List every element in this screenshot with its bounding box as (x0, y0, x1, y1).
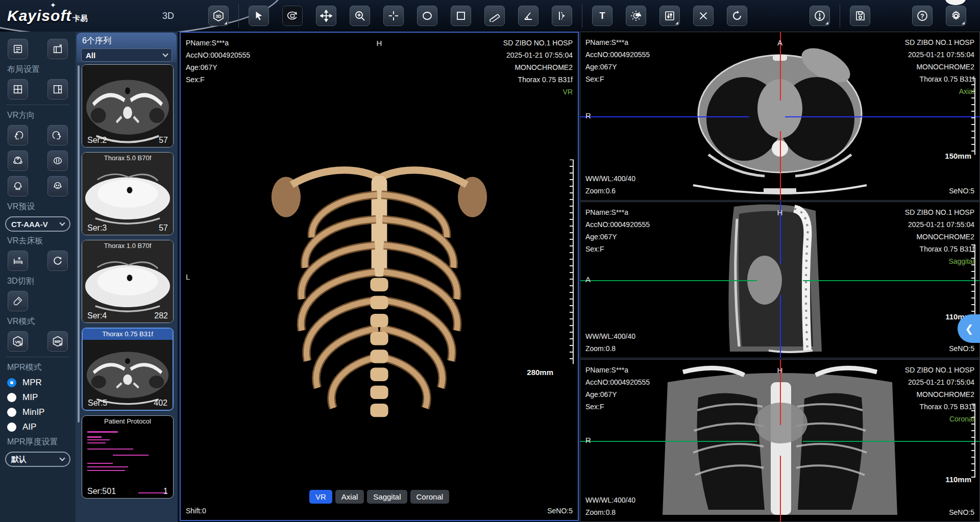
brightness-button[interactable] (626, 6, 646, 26)
levels-button[interactable] (659, 6, 680, 26)
rectangle-tool-button[interactable] (451, 6, 471, 26)
pan-tool-button[interactable] (316, 6, 336, 26)
ct-thumbnail-image (82, 153, 173, 235)
patient-age: Age:067Y (585, 231, 650, 243)
report-panel-toggle-button[interactable] (47, 39, 68, 59)
chevron-left-icon: ❮ (965, 322, 974, 335)
saggital-view-button[interactable]: Saggital (367, 490, 407, 504)
coronal-view-button[interactable]: Coronal (410, 490, 450, 504)
crosshair-horizontal-blue[interactable] (580, 116, 979, 117)
text-annotation-button[interactable]: T (592, 6, 612, 26)
series-no-indicator: SeNO:5 (949, 506, 974, 518)
radio-icon (7, 393, 16, 402)
photometric: MONOCHROME2 (905, 231, 974, 243)
scalpel-cut-button[interactable] (8, 291, 28, 311)
caret-icon (962, 21, 965, 24)
window-info: WW/WL:400/40 Zoom:0.6 (585, 172, 635, 197)
series-thumbnail-ser5-selected[interactable]: Thorax 0.75 B31f Ser:5 402 (82, 328, 174, 411)
saggital-viewport[interactable]: PName:S***a AccNO:0004920555 Age:067Y Se… (580, 202, 980, 358)
patient-info-block: PName:S***a AccNO:0004920555 Age:067Y Se… (585, 206, 650, 255)
hospital-name: SD ZIBO NO.1 HOSP (905, 364, 974, 376)
chevron-down-icon (59, 455, 65, 461)
cursor-tool-button[interactable] (249, 6, 269, 26)
bed-reset-button[interactable] (47, 251, 68, 271)
accession-number: AccNO:0004920555 (585, 218, 650, 231)
3d-cube-button[interactable]: 3D (208, 6, 229, 26)
accession-number: AccNO:0004920555 (585, 376, 650, 388)
rotate-3d-tool-button[interactable] (282, 6, 303, 26)
head-left-view-button[interactable] (8, 125, 28, 145)
svg-text:T: T (600, 11, 605, 21)
orientation-marker-top: H (777, 366, 783, 375)
series-number: Ser:3 (87, 223, 107, 233)
scale-label: 150mm (945, 152, 971, 160)
settings-button[interactable] (946, 6, 966, 26)
angle-tool-button[interactable] (518, 6, 538, 26)
axial-view-button[interactable]: Axial (335, 490, 364, 504)
cobb-angle-tool-button[interactable] (552, 6, 572, 26)
hospital-name: SD ZIBO NO.1 HOSP (503, 37, 573, 49)
save-button[interactable] (850, 6, 870, 26)
series-panel-toggle-button[interactable] (8, 39, 28, 59)
patient-info-block: PName:S***a AccNO:0004920555 Age:067Y Se… (585, 36, 650, 85)
image-count: 57 (159, 223, 168, 233)
radio-icon (7, 422, 16, 432)
mode-label-3d: 3D (162, 11, 174, 21)
head-superior-view-button[interactable] (8, 151, 28, 171)
coronal-viewport[interactable]: PName:S***a AccNO:0004920555 Age:067Y Se… (580, 359, 980, 522)
zoom-tool-button[interactable] (350, 6, 370, 26)
series-thumbnail-ser4[interactable]: Thorax 1.0 B70f Ser:4 282 (82, 240, 174, 323)
orientation-marker-top: H (377, 39, 382, 47)
series-filter-value: All (86, 51, 95, 60)
series-scrollbar[interactable] (78, 65, 80, 422)
layout-settings-label: 布局设置 (7, 64, 69, 75)
series-thumbnail-ser3[interactable]: Thorax 5.0 B70f Ser:3 57 (82, 152, 174, 235)
vr-mode-mip-button[interactable]: MIP (47, 331, 68, 352)
mpr-radio-minip[interactable]: MinIP (7, 407, 68, 417)
vr-mode-vr-button[interactable]: VR (8, 331, 28, 352)
hospital-name: SD ZIBO NO.1 HOSP (905, 36, 974, 48)
radio-icon (7, 408, 16, 417)
scale-label: 110mm (945, 475, 971, 484)
mpr-radio-mpr[interactable]: MPR (7, 378, 68, 388)
reset-button[interactable] (727, 6, 747, 26)
series-title: Thorax 0.75 B31f (83, 329, 173, 340)
head-inferior-view-button[interactable] (47, 151, 68, 171)
crosshair-horizontal-green[interactable] (580, 280, 979, 281)
view-mode-label: VR (503, 86, 573, 98)
delete-annotation-button[interactable] (693, 6, 714, 26)
series-thumbnail-ser2[interactable]: Ser:2 57 (82, 64, 174, 147)
head-anterior-view-button[interactable] (47, 176, 68, 196)
axial-viewport[interactable]: PName:S***a AccNO:0004920555 Age:067Y Se… (580, 32, 980, 201)
series-thumbnail-ser501[interactable]: Patient Protocol Ser:501 1 (82, 415, 174, 499)
view-plane-label: Saggital (905, 255, 974, 267)
ct-thumbnail-image (82, 240, 173, 322)
crosshair-tool-button[interactable] (383, 6, 404, 26)
series-no-indicator: SeNO:5 (949, 342, 974, 355)
layout-main-right-button[interactable] (47, 79, 68, 100)
layout-grid-2x2-button[interactable] (8, 79, 28, 100)
series-no-indicator: SeNO:5 (949, 185, 974, 197)
crosshair-horizontal-green[interactable] (580, 441, 979, 442)
head-right-view-button[interactable] (47, 125, 68, 145)
remove-bed-button[interactable] (8, 251, 28, 271)
study-datetime: 2025-01-21 07:55:04 (905, 376, 974, 388)
zoom-factor: Zoom:0.8 (585, 342, 635, 355)
ellipse-tool-button[interactable] (417, 6, 437, 26)
head-posterior-view-button[interactable] (8, 176, 28, 196)
mpr-radio-aip[interactable]: AIP (7, 422, 68, 432)
mpr-radio-mip[interactable]: MIP (7, 392, 68, 403)
app-window: ✦ Kayisoft 卡易 3D 3D (0, 0, 980, 522)
patient-info-block: PName:S***a AccNO:0004920555 Age:067Y Se… (186, 37, 250, 86)
series-filter-select[interactable]: All (81, 48, 172, 62)
report-button[interactable] (810, 6, 830, 26)
window-width-level: WW/WL:400/40 (585, 172, 635, 185)
help-button[interactable]: ? (912, 6, 933, 26)
vr-view-button[interactable]: VR (309, 490, 332, 504)
orientation-marker-top: A (777, 38, 782, 47)
mpr-thickness-select[interactable]: 默认 (5, 452, 70, 467)
ruler-tool-button[interactable] (484, 6, 505, 26)
vr-viewport[interactable]: PName:S***a AccNO:0004920555 Age:067Y Se… (180, 32, 579, 521)
vr-preset-select[interactable]: CT-AAA-V (5, 216, 70, 232)
vr-direction-label: VR方向 (7, 110, 69, 121)
